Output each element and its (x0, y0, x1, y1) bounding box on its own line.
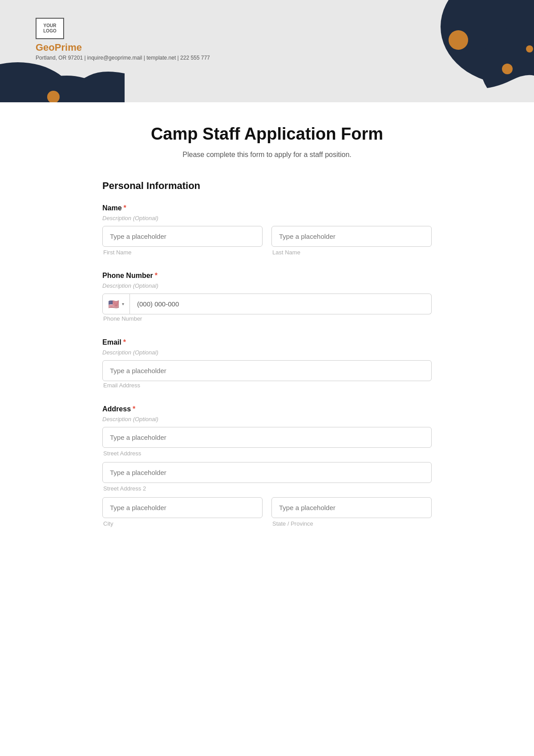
email-required: * (123, 338, 126, 346)
svg-point-3 (502, 64, 513, 74)
logo-text: YOUR LOGO (43, 23, 56, 34)
email-description: Description (Optional) (102, 349, 432, 356)
state-wrap: State / Province (271, 497, 432, 527)
street2-wrap: Street Address 2 (102, 462, 432, 492)
svg-point-4 (526, 45, 533, 52)
name-input-row: First Name Last Name (102, 226, 432, 256)
logo-area: YOUR LOGO GeoPrime Portland, OR 97201 | … (36, 18, 210, 61)
brand-info: Portland, OR 97201 | inquire@geoprime.ma… (36, 55, 210, 61)
state-sublabel: State / Province (271, 520, 432, 527)
name-field-group: Name* Description (Optional) First Name … (102, 204, 432, 256)
email-label: Email* (102, 338, 432, 346)
country-select[interactable]: 🇺🇸 ▾ (102, 294, 130, 314)
street1-input[interactable] (102, 427, 432, 448)
section-personal-info: Personal Information (102, 180, 432, 192)
street2-input[interactable] (102, 462, 432, 483)
phone-row: 🇺🇸 ▾ (102, 294, 432, 314)
street1-sublabel: Street Address (102, 450, 432, 457)
email-sublabel: Email Address (102, 382, 140, 389)
address-required: * (133, 405, 135, 413)
brand-name: GeoPrime (36, 42, 210, 53)
logo-box: YOUR LOGO (36, 18, 64, 39)
name-label: Name* (102, 204, 432, 212)
name-description: Description (Optional) (102, 215, 432, 221)
address-label: Address* (102, 405, 432, 413)
state-input[interactable] (271, 497, 432, 518)
main-content: Camp Staff Application Form Please compl… (67, 102, 467, 579)
flag-icon: 🇺🇸 (108, 299, 119, 310)
first-name-wrap: First Name (102, 226, 263, 256)
street1-wrap: Street Address (102, 427, 432, 457)
phone-required: * (155, 272, 158, 279)
phone-sublabel: Phone Number (102, 315, 142, 322)
city-wrap: City (102, 497, 263, 527)
chevron-down-icon: ▾ (122, 302, 124, 306)
form-subtitle: Please complete this form to apply for a… (102, 151, 432, 159)
last-name-wrap: Last Name (271, 226, 432, 256)
address-field-group: Address* Description (Optional) Street A… (102, 405, 432, 527)
email-input[interactable] (102, 360, 432, 381)
address-description: Description (Optional) (102, 416, 432, 422)
phone-label: Phone Number* (102, 272, 432, 280)
phone-description: Description (Optional) (102, 282, 432, 289)
header-deco-right (369, 0, 534, 102)
city-input[interactable] (102, 497, 263, 518)
phone-input[interactable] (130, 294, 432, 314)
city-sublabel: City (102, 520, 263, 527)
phone-field-group: Phone Number* Description (Optional) 🇺🇸 … (102, 272, 432, 322)
first-name-input[interactable] (102, 226, 263, 247)
city-state-row: City State / Province (102, 497, 432, 527)
last-name-input[interactable] (271, 226, 432, 247)
first-name-sublabel: First Name (102, 249, 263, 256)
email-field-group: Email* Description (Optional) Email Addr… (102, 338, 432, 389)
svg-point-2 (449, 30, 468, 50)
street2-sublabel: Street Address 2 (102, 485, 432, 492)
form-title: Camp Staff Application Form (102, 125, 432, 144)
name-required: * (124, 204, 126, 212)
last-name-sublabel: Last Name (271, 249, 432, 256)
header: YOUR LOGO GeoPrime Portland, OR 97201 | … (0, 0, 534, 102)
